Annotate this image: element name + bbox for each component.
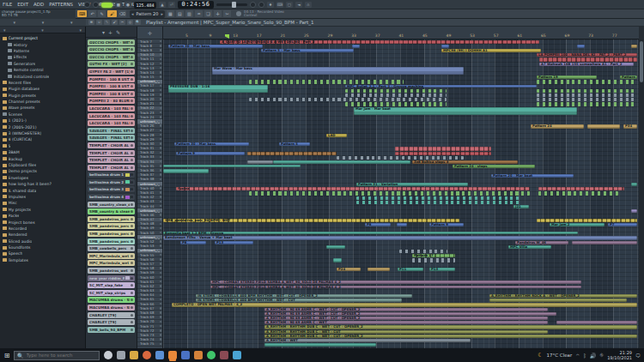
menu-file[interactable]: FILE xyxy=(0,0,15,9)
track-mute-led[interactable] xyxy=(160,116,162,118)
chrome-taskbar-icon[interactable] xyxy=(143,351,151,359)
playlist-clip[interactable]: Pattern 30 - Mar bass xyxy=(168,45,263,48)
track-column-header[interactable]: ✛ xyxy=(137,27,162,39)
browser-item-rendered[interactable]: Rendered xyxy=(0,232,85,238)
playlist-clip[interactable]: A_RHYTHM - RHYTHM DUB C - WET - CUT - OP… xyxy=(264,335,637,338)
pattern-chip-3[interactable]: GUCCIO CHOPS - WET 3 xyxy=(88,54,135,60)
taskbar-search[interactable]: 🔍 xyxy=(14,351,100,360)
playlist-clip[interactable]: Pandeiros W_46 xyxy=(515,241,568,244)
monitor-knob[interactable] xyxy=(250,2,256,8)
track-mute-led[interactable] xyxy=(160,71,162,74)
cortana-taskbar-icon[interactable] xyxy=(104,351,112,359)
pattern-chip-38[interactable]: CHARLEY [79] xyxy=(88,312,135,318)
track-mute-led[interactable] xyxy=(160,307,162,310)
pattern-chip-11[interactable]: LACUCARA - 103 FALL B xyxy=(88,113,135,119)
pattern-chip-36[interactable]: MACUMBA drums - SLOW xyxy=(88,297,135,303)
pattern-chip-22[interactable]: bellissima drum 4 xyxy=(88,194,135,200)
playlist-clip[interactable]: IN STEMS - COWBELLS 400 BPM RHYTHM - WET… xyxy=(196,294,412,298)
playlist-clip[interactable] xyxy=(489,299,627,302)
track-mute-led[interactable] xyxy=(160,134,162,136)
playlist-clip[interactable]: IN STEMS - COWBELLS 400 BPM RHYTHM - WET… xyxy=(196,299,402,302)
picker-filter-icon[interactable]: ▾ xyxy=(102,29,105,35)
volume-icon[interactable]: 🔊 xyxy=(590,353,597,359)
discord-taskbar-icon[interactable] xyxy=(220,351,228,359)
browser-item-generators[interactable]: Generators xyxy=(0,61,85,67)
track-mute-led[interactable] xyxy=(160,209,162,212)
playlist-clip[interactable]: P8 xyxy=(180,241,206,244)
browser-item-demo-projects[interactable]: Demo projects xyxy=(0,168,85,174)
playlist-clip[interactable] xyxy=(537,98,637,101)
playlist-clip[interactable]: Pattern 31 - Variation xyxy=(356,183,468,186)
playlist-clip[interactable] xyxy=(247,152,337,155)
playlist-clip[interactable]: COMPLETO - OPEN WET PALMAS - 4_2 xyxy=(172,303,637,306)
monitor-icon[interactable]: ▢ xyxy=(286,2,293,8)
track-mute-led[interactable] xyxy=(160,160,162,163)
playlist-clip[interactable] xyxy=(537,102,637,106)
playlist-clip[interactable]: fuerza xyxy=(176,187,530,190)
playlist-clip[interactable]: A_RHYTHM - RHYTHM ROCK A - WET - OPENER_… xyxy=(489,294,637,298)
master-volume-slider[interactable] xyxy=(216,3,247,6)
browser-item-my-projects[interactable]: My projects xyxy=(0,207,85,213)
night-light-icon[interactable]: ☾ xyxy=(538,352,543,359)
browser-item-1-2021[interactable]: 1 (2021-) xyxy=(0,118,85,124)
playlist-clip[interactable] xyxy=(631,183,637,186)
track-mute-led[interactable] xyxy=(160,281,162,283)
playlist-clip[interactable]: SMB_pandeiros_perc_90_BPM - WET xyxy=(163,219,459,222)
playlist-clip[interactable]: Pattern 24 - steps xyxy=(453,165,535,168)
time-display[interactable]: 0:24:56 xyxy=(178,1,214,9)
track-mute-led[interactable] xyxy=(160,178,162,181)
playlist-clip[interactable]: P7 xyxy=(608,223,637,226)
typing-to-piano-button[interactable]: ⌨ xyxy=(77,10,87,17)
playlist-clip[interactable] xyxy=(631,45,637,48)
track-mute-led[interactable] xyxy=(160,254,162,256)
pattern-chip-21[interactable]: bellissima drum 3 - Tu xyxy=(88,186,135,192)
playlist-clip[interactable] xyxy=(412,258,455,262)
pattern-chip-31[interactable]: MPC_Marimbula_wet xyxy=(88,260,135,266)
playlist-clip[interactable] xyxy=(337,156,399,160)
browser-window-button[interactable]: ❏ xyxy=(204,10,212,17)
browser-item-remote-control[interactable]: Remote control xyxy=(0,67,85,73)
bluetooth-icon[interactable]: ᛒ xyxy=(583,353,586,359)
playlist-clip[interactable]: Mar Jam - Mar beat xyxy=(354,107,577,116)
playlist-clip[interactable]: Pattern 9 xyxy=(176,152,245,155)
track-mute-led[interactable] xyxy=(160,262,162,265)
playlist-clip[interactable]: Bandoneon Filho - Venue + Mar beat xyxy=(163,236,637,239)
playlist-clip[interactable]: Pattern 5 xyxy=(279,142,310,146)
playlist-clip[interactable] xyxy=(326,245,345,249)
pattern-chip-1[interactable]: GUCCIO CHOPS - WET 1 xyxy=(88,39,135,45)
playlist-clip[interactable] xyxy=(273,160,410,164)
pattern-chip-30[interactable]: MPC_Marimbula_wet xyxy=(88,253,135,259)
track-mute-led[interactable] xyxy=(160,58,162,61)
playlist-clip[interactable] xyxy=(402,156,464,160)
playlist-clip[interactable]: A_RHYTHM - 90 69 ASMR C - WET - CUT - OP… xyxy=(264,308,548,311)
zoom-icon[interactable]: 🔍 xyxy=(135,20,141,25)
track-mute-led[interactable] xyxy=(160,98,162,100)
mixer-window-button[interactable]: ♒ xyxy=(195,10,203,17)
track-mute-led[interactable] xyxy=(160,130,162,132)
track-mute-led[interactable] xyxy=(160,40,162,43)
browser-item-4-curtica[interactable]: 4 (CURTICA) xyxy=(0,136,85,142)
pattern-chip-10[interactable]: LACUCARA - 103 FALL B xyxy=(88,106,135,112)
taskbar-clock[interactable]: 21:29 19/10/2021 xyxy=(607,350,632,360)
slider-thumb[interactable] xyxy=(232,2,236,8)
playlist-clip[interactable]: Pattern 16 xyxy=(620,75,637,79)
track-mute-led[interactable] xyxy=(160,321,162,323)
track-mute-led[interactable] xyxy=(160,49,162,51)
browser-item-5[interactable]: 5 xyxy=(0,143,85,149)
browser-filter-icon[interactable]: ▾ xyxy=(41,27,44,33)
playlist-clip[interactable] xyxy=(631,209,637,213)
shuffle-knob[interactable] xyxy=(258,2,264,8)
pattern-chip-27[interactable]: SMB_pandeiros_perc xyxy=(88,231,135,237)
typing-keyboard-icon[interactable]: ⌨ xyxy=(276,2,283,8)
playlist-clip[interactable] xyxy=(538,187,624,190)
track-mute-led[interactable] xyxy=(160,334,162,336)
menu-add[interactable]: ADD xyxy=(31,0,46,9)
picker-add-icon[interactable]: + xyxy=(108,29,112,35)
track-mute-led[interactable] xyxy=(160,120,162,123)
pattern-chip-7[interactable]: POMPEII - 100 B UST AL xyxy=(88,83,135,89)
track-mute-led[interactable] xyxy=(160,89,162,92)
track-mute-led[interactable] xyxy=(160,191,162,194)
browser-item-recent-files[interactable]: Recent files xyxy=(0,80,85,86)
track-mute-led[interactable] xyxy=(160,94,162,96)
playlist-grid[interactable]: A_GUATTO LA ROTONDA 4-4 A-WET DEL 80 - P… xyxy=(163,39,639,348)
